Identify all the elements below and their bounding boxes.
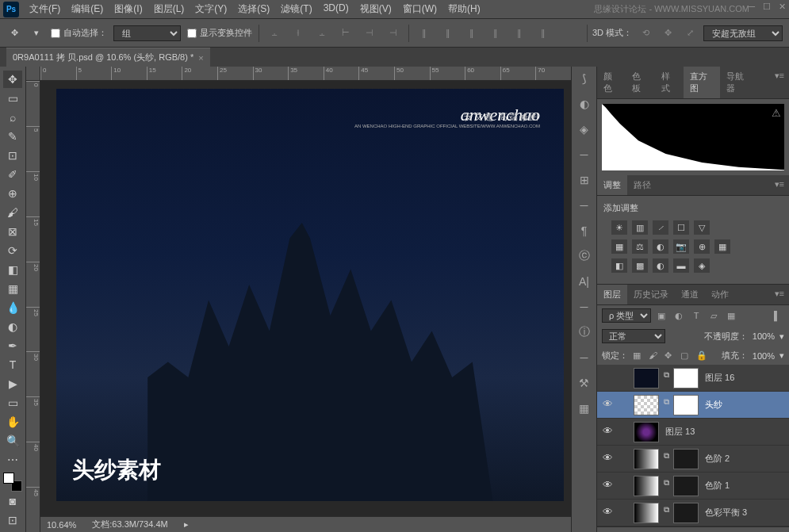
align-left-icon[interactable]: ⊢ <box>337 25 354 41</box>
opacity-value[interactable]: 100% <box>753 331 775 341</box>
panel-tab[interactable]: 直方图 <box>684 67 720 98</box>
layer-thumbnail[interactable] <box>634 476 659 496</box>
menu-item[interactable]: 3D(D) <box>318 2 354 16</box>
3d-panel-icon[interactable]: ▦ <box>576 400 593 417</box>
tool-presets-icon[interactable]: ⚒ <box>576 374 593 392</box>
panel-tab[interactable]: 通道 <box>675 285 705 304</box>
brightness-adj-icon[interactable]: ☀ <box>611 220 627 235</box>
zoom-tool[interactable]: 🔍 <box>3 432 22 450</box>
info-panel-icon[interactable]: ⓘ <box>576 323 593 341</box>
character-panel-icon[interactable]: A| <box>576 273 593 290</box>
fill-value[interactable]: 100% <box>753 351 775 361</box>
lock-transparent-icon[interactable]: ▦ <box>633 350 644 362</box>
type-tool[interactable]: T <box>3 356 22 373</box>
filter-type-icon[interactable]: T <box>689 309 703 322</box>
layer-mask-thumbnail[interactable] <box>673 476 699 496</box>
ruler-origin[interactable] <box>26 67 40 81</box>
panel-menu-icon[interactable]: ▾≡ <box>770 175 789 195</box>
paragraph-panel-icon[interactable]: ¶ <box>576 222 593 239</box>
distribute-1-icon[interactable]: ‖ <box>416 25 433 41</box>
lock-image-icon[interactable]: 🖌 <box>649 350 660 362</box>
menu-item[interactable]: 视图(V) <box>354 2 397 16</box>
distribute-2-icon[interactable]: ‖ <box>439 25 457 41</box>
align-right-icon[interactable]: ⊣ <box>385 25 402 41</box>
menu-item[interactable]: 滤镜(T) <box>275 2 317 16</box>
mask-link-icon[interactable]: ⧉ <box>662 370 670 386</box>
lasso-tool[interactable]: ⌕ <box>3 109 22 126</box>
layer-filter-type[interactable]: ρ 类型 <box>602 308 651 323</box>
stamp-tool[interactable]: ⊠ <box>3 223 22 240</box>
auto-select-type[interactable]: 组 <box>113 25 181 41</box>
layer-name-label[interactable]: 色彩平衡 3 <box>705 507 747 519</box>
distribute-4-icon[interactable]: ‖ <box>487 25 504 41</box>
visibility-toggle[interactable] <box>600 371 615 385</box>
align-hcenter-icon[interactable]: ⊣ <box>361 25 378 41</box>
threshold-adj-icon[interactable]: ◐ <box>653 258 668 273</box>
menu-item[interactable]: 图层(L) <box>148 2 190 16</box>
move-tool[interactable]: ✥ <box>3 71 22 88</box>
lookup-adj-icon[interactable]: ▦ <box>714 239 730 254</box>
menu-item[interactable]: 帮助(H) <box>442 2 486 16</box>
panel-tab[interactable]: 颜色 <box>597 67 626 98</box>
posterize-adj-icon[interactable]: ▩ <box>632 258 648 273</box>
auto-select-checkbox[interactable]: 自动选择： <box>51 27 107 39</box>
minimize-icon[interactable]: ─ <box>749 2 755 12</box>
gradient-map-adj-icon[interactable]: ▬ <box>673 258 689 273</box>
align-top-icon[interactable]: ⫠ <box>266 25 283 41</box>
history-brush-tool[interactable]: ⟳ <box>3 242 22 259</box>
visibility-toggle[interactable]: 👁 <box>600 479 615 493</box>
eyedropper-tool[interactable]: ✐ <box>3 166 22 183</box>
blur-tool[interactable]: 💧 <box>3 299 22 316</box>
layer-name-label[interactable]: 色阶 2 <box>705 453 730 465</box>
filter-shape-icon[interactable]: ▱ <box>707 309 721 322</box>
mask-link-icon[interactable]: ⧉ <box>662 505 670 521</box>
maximize-icon[interactable]: ☐ <box>763 2 771 12</box>
distribute-5-icon[interactable]: ‖ <box>511 25 528 41</box>
tab-close-icon[interactable]: × <box>198 53 203 63</box>
visibility-toggle[interactable]: 👁 <box>600 398 615 412</box>
show-transform-checkbox[interactable]: 显示变换控件 <box>187 27 252 39</box>
layer-thumbnail[interactable] <box>634 449 659 469</box>
bw-adj-icon[interactable]: ◐ <box>653 239 668 254</box>
dodge-tool[interactable]: ◐ <box>3 318 22 335</box>
menu-item[interactable]: 文件(F) <box>24 2 66 16</box>
options-dropdown-icon[interactable]: ▾ <box>29 25 44 41</box>
color-balance-adj-icon[interactable]: ⚖ <box>632 239 648 254</box>
lock-all-icon[interactable]: 🔒 <box>696 350 707 362</box>
histogram-warning-icon[interactable]: ⚠ <box>772 107 781 119</box>
panel-tab[interactable]: 色板 <box>626 67 654 98</box>
layer-list[interactable]: ⧉图层 16👁⧉头纱👁图层 13👁⧉色阶 2👁⧉色阶 1👁⧉色彩平衡 3 <box>597 365 789 526</box>
clone-source-icon[interactable]: ◈ <box>576 121 593 138</box>
layer-mask-thumbnail[interactable] <box>673 503 699 523</box>
panel-tab[interactable]: 样式 <box>655 67 684 98</box>
layer-name-label[interactable]: 图层 16 <box>705 372 734 384</box>
layer-thumbnail[interactable] <box>634 422 659 442</box>
panel-tab[interactable]: 图层 <box>597 285 627 304</box>
filter-smart-icon[interactable]: ▦ <box>724 309 738 322</box>
status-dropdown-icon[interactable]: ▸ <box>184 519 189 530</box>
edit-toolbar[interactable]: ⋯ <box>3 451 22 469</box>
eraser-tool[interactable]: ◧ <box>3 261 22 278</box>
lock-artboard-icon[interactable]: ▢ <box>680 350 691 362</box>
align-bottom-icon[interactable]: ⫠ <box>313 25 331 41</box>
mask-link-icon[interactable]: ⧉ <box>662 478 670 494</box>
mask-link-icon[interactable]: ⧉ <box>662 451 670 467</box>
fill-dropdown-icon[interactable]: ▾ <box>779 350 784 361</box>
zoom-level[interactable]: 10.64% <box>47 520 76 530</box>
move-tool-icon[interactable]: ✥ <box>6 25 22 41</box>
vibrance-adj-icon[interactable]: ▽ <box>694 220 710 235</box>
filter-pixel-icon[interactable]: ▣ <box>654 309 668 322</box>
pen-tool[interactable]: ✒ <box>3 337 22 354</box>
layer-mask-thumbnail[interactable] <box>673 449 699 469</box>
layer-mask-thumbnail[interactable] <box>673 395 699 415</box>
align-vcenter-icon[interactable]: ⫲ <box>289 25 307 41</box>
hue-adj-icon[interactable]: ▦ <box>611 239 627 254</box>
3d-orbit-icon[interactable]: ⟲ <box>637 25 654 41</box>
menu-item[interactable]: 窗口(W) <box>397 2 442 16</box>
foreground-color[interactable] <box>3 473 14 484</box>
layer-row[interactable]: 👁⧉色阶 1 <box>597 473 789 499</box>
visibility-toggle[interactable]: 👁 <box>600 425 615 439</box>
path-select-tool[interactable]: ▶ <box>3 375 22 392</box>
panel-menu-icon[interactable]: ▾≡ <box>770 285 789 304</box>
invert-adj-icon[interactable]: ◧ <box>611 258 627 273</box>
